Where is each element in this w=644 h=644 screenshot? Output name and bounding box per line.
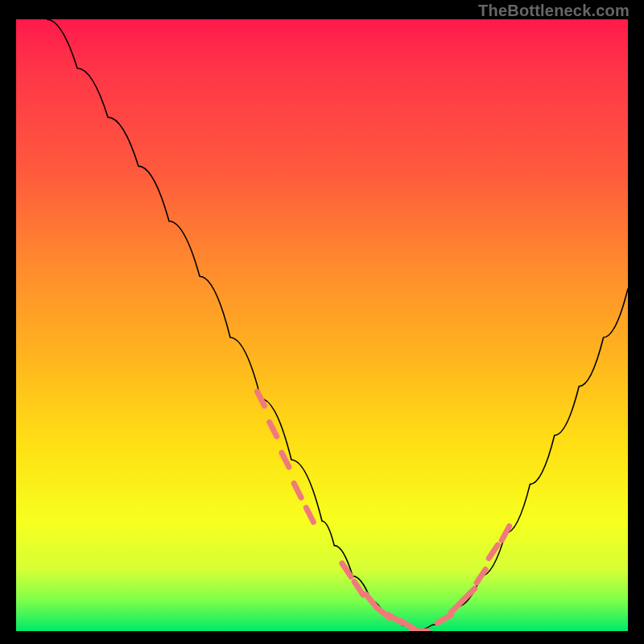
dash-mark — [354, 582, 363, 596]
dash-mark — [306, 508, 313, 522]
dash-mark — [489, 545, 497, 559]
curve-path — [47, 19, 628, 631]
dash-mark — [477, 569, 485, 583]
watermark-text: TheBottleneck.com — [478, 2, 630, 20]
dash-mark — [451, 601, 462, 613]
dash-mark — [401, 621, 415, 629]
dash-mark — [270, 422, 277, 436]
plot-area — [16, 19, 628, 631]
dash-mark — [282, 452, 289, 467]
dash-mark — [258, 391, 265, 406]
bottleneck-curve — [47, 19, 628, 631]
curve-layer — [16, 19, 628, 631]
dash-mark — [502, 526, 509, 541]
dash-mark — [365, 594, 376, 606]
dash-mark — [294, 483, 301, 497]
dash-mark — [437, 615, 451, 623]
chart-stage: TheBottleneck.com — [0, 0, 644, 644]
near-minimum-dashes — [258, 391, 510, 631]
